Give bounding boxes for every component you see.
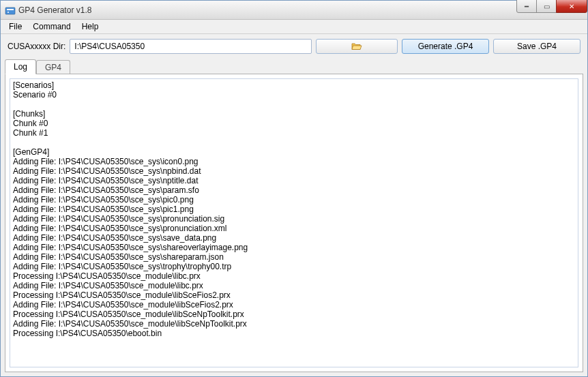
save-button[interactable]: Save .GP4	[493, 39, 580, 54]
tab-gp4[interactable]: GP4	[36, 60, 70, 74]
maximize-button[interactable]: ▭	[536, 0, 557, 13]
browse-button[interactable]	[316, 39, 398, 54]
svg-rect-0	[5, 7, 15, 14]
tab-log[interactable]: Log	[5, 59, 36, 74]
tab-panel-log: [Scenarios] Scenario #0 [Chunks] Chunk #…	[5, 74, 583, 372]
log-output[interactable]: [Scenarios] Scenario #0 [Chunks] Chunk #…	[10, 78, 578, 367]
svg-rect-1	[7, 9, 14, 10]
titlebar[interactable]: GP4 Generator v1.8 ━ ▭ ✕	[1, 1, 587, 20]
generate-button[interactable]: Generate .GP4	[402, 39, 489, 54]
window-title: GP4 Generator v1.8	[18, 5, 91, 15]
folder-open-icon	[351, 42, 362, 51]
minimize-button[interactable]: ━	[516, 0, 537, 13]
main-window: GP4 Generator v1.8 ━ ▭ ✕ File Command He…	[0, 0, 588, 377]
menubar: File Command Help	[1, 20, 587, 34]
dir-input[interactable]	[70, 39, 312, 54]
dir-label: CUSAxxxxx Dir:	[8, 42, 65, 51]
close-button[interactable]: ✕	[556, 0, 587, 13]
menu-help[interactable]: Help	[76, 20, 104, 33]
tab-container: Log GP4 [Scenarios] Scenario #0 [Chunks]…	[1, 59, 587, 376]
window-controls: ━ ▭ ✕	[517, 0, 587, 13]
tab-strip: Log GP4	[5, 59, 583, 74]
svg-point-2	[8, 12, 9, 13]
app-icon	[5, 5, 16, 16]
menu-file[interactable]: File	[3, 20, 27, 33]
menu-command[interactable]: Command	[27, 20, 76, 33]
toolbar: CUSAxxxxx Dir: Generate .GP4 Save .GP4	[1, 34, 587, 59]
